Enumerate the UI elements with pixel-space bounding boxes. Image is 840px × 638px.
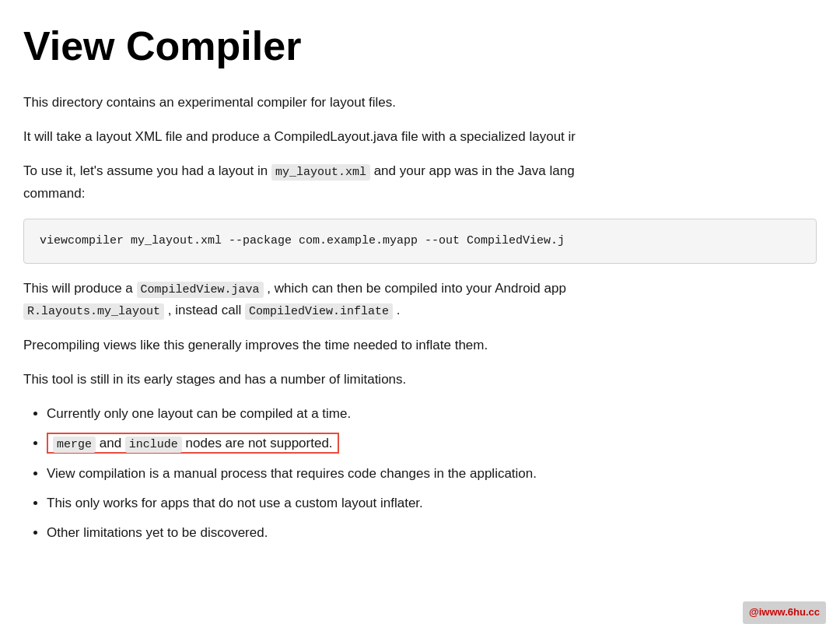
watermark: @iwww.6hu.cc [743,601,826,624]
p4-mid2: , instead call [164,303,245,317]
command-code-block: viewcompiler my_layout.xml --package com… [23,219,817,264]
page-title: View Compiler [23,23,817,70]
paragraph-3: To use it, let's assume you had a layout… [23,160,817,205]
code-block-text: viewcompiler my_layout.xml --package com… [40,234,565,247]
list-item-3-text: View compilation is a manual process tha… [47,466,537,481]
paragraph-6: This tool is still in its early stages a… [23,369,817,391]
list-item-1: Currently only one layout can be compile… [47,403,817,425]
p4-start: This will produce a [23,281,137,296]
p4-end: . [393,303,400,317]
merge-code: merge [53,436,96,453]
p3-text-start: To use it, let's assume you had a layout… [23,163,271,178]
nodes-text: nodes are not supported. [182,436,333,450]
list-item-2: merge and include nodes are not supporte… [47,433,817,455]
r-layouts-code: R.layouts.my_layout [23,303,164,320]
paragraph-4: This will produce a CompiledView.java , … [23,278,817,323]
p3-command-label: command: [23,186,85,201]
list-item-4: This only works for apps that do not use… [47,493,817,514]
paragraph-1: This directory contains an experimental … [23,92,817,114]
my-layout-xml-code: my_layout.xml [271,164,370,181]
compiled-view-java-code: CompiledView.java [137,282,264,298]
p3-text-end: and your app was in the Java lang [370,163,575,178]
watermark-prefix: @i [749,606,761,618]
list-item-4-text: This only works for apps that do not use… [47,496,423,510]
list-item-1-text: Currently only one layout can be compile… [47,406,351,421]
paragraph-2: It will take a layout XML file and produ… [23,126,817,148]
limitations-list: Currently only one layout can be compile… [47,403,817,544]
p4-mid: , which can then be compiled into your A… [264,281,566,296]
list-item-5: Other limitations yet to be discovered. [47,522,817,544]
list-item-5-text: Other limitations yet to be discovered. [47,525,268,540]
paragraph-5: Precompiling views like this generally i… [23,335,817,356]
and-text: and [96,436,125,450]
watermark-site: www.6hu.cc [761,606,820,618]
compiled-view-inflate-code: CompiledView.inflate [245,303,393,320]
list-item-3: View compilation is a manual process tha… [47,463,817,485]
list-item-2-content: merge and include nodes are not supporte… [47,433,339,454]
include-code: include [125,436,182,453]
